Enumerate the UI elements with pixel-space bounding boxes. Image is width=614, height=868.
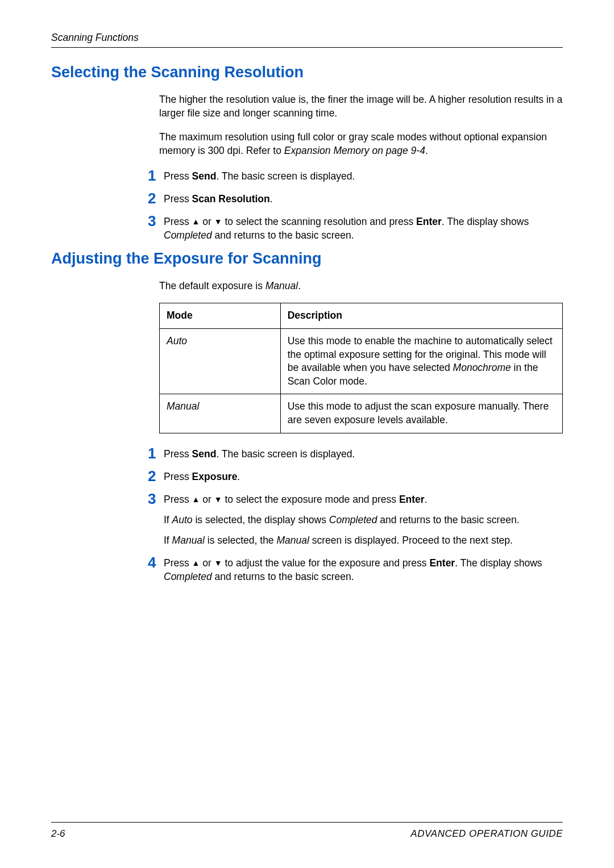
- mode-manual: Manual: [172, 535, 205, 546]
- footer-rule: [51, 822, 563, 823]
- text: . The basic screen is displayed.: [216, 448, 355, 460]
- table-row: Auto Use this mode to enable the machine…: [160, 328, 563, 394]
- text: .: [425, 494, 428, 505]
- step-3: 3 Press ▲ or ▼ to select the exposure mo…: [148, 491, 563, 547]
- status-completed: Completed: [164, 229, 212, 241]
- resolution-body: The higher the resolution value is, the …: [159, 93, 563, 158]
- text: Press: [164, 193, 192, 205]
- mode-auto: Auto: [167, 335, 187, 347]
- text: to select the exposure mode and press: [222, 494, 399, 505]
- text: If: [164, 535, 172, 546]
- status-completed: Completed: [164, 571, 212, 582]
- key-exposure: Exposure: [192, 471, 238, 482]
- exposure-modes-table: Mode Description Auto Use this mode to e…: [159, 303, 563, 433]
- text: to select the scanning resolution and pr…: [222, 216, 416, 227]
- desc-cell: Use this mode to enable the machine to a…: [280, 328, 562, 394]
- step-number: 3: [148, 491, 164, 506]
- step-number: 3: [148, 214, 164, 228]
- desc-cell: Use this mode to adjust the scan exposur…: [280, 394, 562, 433]
- mode-auto: Auto: [172, 514, 193, 525]
- text: If: [164, 514, 172, 525]
- text: is selected, the display shows: [193, 514, 329, 525]
- step-number: 2: [148, 469, 164, 483]
- key-send: Send: [192, 170, 217, 182]
- text: is selected, the: [205, 535, 276, 546]
- page: Scanning Functions Selecting the Scannin…: [0, 0, 614, 868]
- arrow-up-icon: ▲: [192, 558, 200, 569]
- step-4: 4 Press ▲ or ▼ to adjust the value for t…: [148, 555, 563, 583]
- text: and returns to the basic screen.: [212, 229, 354, 241]
- text: Press: [164, 557, 192, 569]
- text: .: [270, 193, 273, 205]
- mode-manual: Manual: [167, 400, 199, 412]
- step-text: Press Scan Resolution.: [164, 191, 273, 206]
- exposure-steps: 1 Press Send. The basic screen is displa…: [148, 446, 563, 584]
- arrow-up-icon: ▲: [192, 216, 200, 227]
- text: . The display shows: [455, 557, 542, 569]
- text: or: [200, 216, 214, 227]
- text: Press: [164, 494, 192, 505]
- table-header-row: Mode Description: [160, 303, 563, 329]
- text: screen is displayed. Proceed to the next…: [309, 535, 513, 546]
- mode-cell: Auto: [160, 328, 281, 394]
- col-description: Description: [280, 303, 562, 329]
- arrow-down-icon: ▼: [214, 494, 222, 505]
- key-enter: Enter: [429, 557, 455, 569]
- table-row: Manual Use this mode to adjust the scan …: [160, 394, 563, 433]
- header-rule: [51, 47, 563, 48]
- mode-monochrome: Monochrome: [453, 362, 511, 373]
- text: Press: [164, 170, 192, 182]
- resolution-para-1: The higher the resolution value is, the …: [159, 93, 563, 120]
- running-header: Scanning Functions: [51, 32, 563, 44]
- step-2: 2 Press Exposure.: [148, 469, 563, 483]
- key-scan-resolution: Scan Resolution: [192, 193, 270, 205]
- footer: 2-6 ADVANCED OPERATION GUIDE: [51, 822, 563, 840]
- key-enter: Enter: [399, 494, 425, 505]
- status-completed: Completed: [329, 514, 377, 525]
- mode-manual: Manual: [265, 280, 298, 291]
- screen-manual: Manual: [276, 535, 309, 546]
- step-text: Press ▲ or ▼ to adjust the value for the…: [164, 555, 563, 583]
- footer-row: 2-6 ADVANCED OPERATION GUIDE: [51, 828, 563, 840]
- text: .: [237, 471, 240, 482]
- text: Press: [164, 216, 192, 227]
- section-title-exposure: Adjusting the Exposure for Scanning: [51, 250, 563, 268]
- text: . The display shows: [442, 216, 529, 227]
- resolution-para-2: The maximum resolution using full color …: [159, 130, 563, 157]
- step-number: 1: [148, 168, 164, 183]
- step-number: 2: [148, 191, 164, 206]
- text: .: [425, 145, 428, 156]
- text: Press: [164, 448, 192, 460]
- text: and returns to the basic screen.: [212, 571, 354, 582]
- text: . The basic screen is displayed.: [216, 170, 355, 182]
- text: or: [200, 557, 214, 569]
- page-number: 2-6: [51, 828, 65, 840]
- step-3: 3 Press ▲ or ▼ to select the scanning re…: [148, 214, 563, 242]
- text: .: [298, 280, 301, 291]
- arrow-down-icon: ▼: [214, 558, 222, 569]
- arrow-up-icon: ▲: [192, 494, 200, 505]
- step-number: 4: [148, 555, 164, 570]
- text: or: [200, 494, 214, 505]
- step-text: Press Exposure.: [164, 469, 240, 483]
- text: Press: [164, 471, 192, 482]
- text: to adjust the value for the exposure and…: [222, 557, 430, 569]
- step-text: Press Send. The basic screen is displaye…: [164, 446, 355, 461]
- step-text: Press Send. The basic screen is displaye…: [164, 168, 355, 183]
- exposure-intro: The default exposure is Manual.: [159, 279, 563, 293]
- step-1: 1 Press Send. The basic screen is displa…: [148, 446, 563, 461]
- mode-cell: Manual: [160, 394, 281, 433]
- step-text: Press ▲ or ▼ to select the scanning reso…: [164, 214, 563, 242]
- section-title-resolution: Selecting the Scanning Resolution: [51, 64, 563, 81]
- col-mode: Mode: [160, 303, 281, 329]
- key-enter: Enter: [416, 216, 442, 227]
- arrow-down-icon: ▼: [214, 216, 222, 227]
- step-text: Press ▲ or ▼ to select the exposure mode…: [164, 491, 520, 547]
- text: and returns to the basic screen.: [377, 514, 520, 525]
- key-send: Send: [192, 448, 217, 460]
- step-1: 1 Press Send. The basic screen is displa…: [148, 168, 563, 183]
- xref-expansion-memory: Expansion Memory on page 9-4: [284, 145, 425, 156]
- step-2: 2 Press Scan Resolution.: [148, 191, 563, 206]
- text: The default exposure is: [159, 280, 265, 291]
- resolution-steps: 1 Press Send. The basic screen is displa…: [148, 168, 563, 243]
